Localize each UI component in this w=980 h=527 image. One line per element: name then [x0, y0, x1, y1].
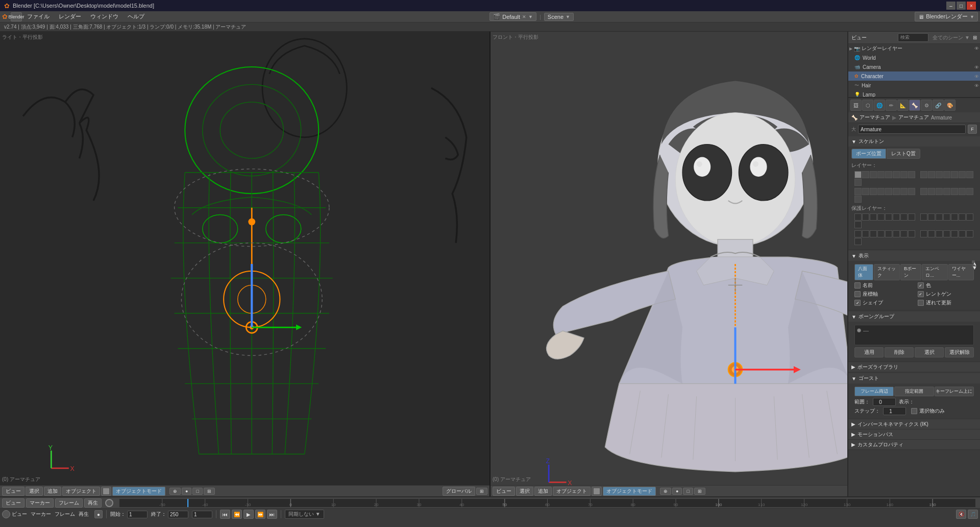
prot-cell-1[interactable] [854, 213, 862, 221]
layer-cell-10[interactable] [928, 171, 935, 178]
prop-scene-icon[interactable]: ⬡ [862, 100, 873, 111]
layer-cell-4[interactable] [877, 171, 885, 178]
right-add-btn[interactable]: 追加 [534, 487, 552, 496]
skip-start-btn[interactable]: ⏮ [220, 510, 230, 519]
prot-cell-17[interactable] [854, 230, 862, 237]
layer-cell-25[interactable] [920, 188, 927, 195]
left-viewport-icon1[interactable]: ⊕ [169, 488, 181, 495]
layer-cell-30[interactable] [959, 188, 966, 195]
record-btn[interactable]: ● [94, 510, 103, 518]
prot-cell-18[interactable] [862, 230, 869, 237]
left-object-btn[interactable]: オブジェクト [62, 487, 100, 496]
ghost-keyframe-btn[interactable]: キーフレーム上に [935, 387, 974, 396]
play-icon-btn[interactable] [2, 510, 10, 518]
prot-cell-22[interactable] [893, 230, 900, 237]
camera-restrict[interactable]: 👁 [974, 65, 979, 70]
play-pause-btn[interactable]: ▶ [243, 510, 254, 519]
layer-cell-27[interactable] [936, 188, 943, 195]
timeline-view-btn[interactable]: ビュー [2, 498, 24, 508]
prot-cell-25[interactable] [920, 230, 927, 237]
search-input[interactable]: 検索 [898, 33, 928, 42]
left-viewport-icon2[interactable]: ● [182, 488, 191, 495]
ik-section[interactable]: ▶ インバースキネマティクス (IK) [848, 419, 980, 429]
prop-constraint-icon[interactable]: 📐 [897, 100, 909, 111]
prot-cell-6[interactable] [893, 213, 900, 221]
prot-cell-20[interactable] [877, 230, 885, 237]
display-octahedral[interactable]: 八面体 [854, 264, 873, 280]
bone-group-scroll-down[interactable]: ▼ [972, 265, 975, 268]
cb-shape[interactable] [854, 300, 861, 306]
cb-color[interactable] [918, 282, 924, 289]
timeline-ruler[interactable]: -50 -40 -30 0 10 20 30 40 50 [119, 498, 976, 508]
prop-modifier-icon[interactable]: ⚙ [921, 100, 932, 111]
right-mode-btn[interactable]: オブジェクトモード [603, 487, 656, 496]
character-restrict[interactable]: 👁 [974, 74, 979, 79]
prot-cell-2[interactable] [862, 213, 869, 221]
cb-selected-only[interactable] [911, 408, 917, 414]
ghost-frames-btn[interactable]: フレーム両辺 [854, 387, 894, 396]
layer-cell-3[interactable] [870, 171, 877, 178]
prot-cell-11[interactable] [936, 213, 943, 221]
ghost-range-input[interactable] [873, 398, 896, 406]
layer-cell-14[interactable] [959, 171, 966, 178]
ghost-range-btn[interactable]: 指定範囲 [894, 387, 934, 396]
prot-cell-9[interactable] [920, 213, 927, 221]
prot-cell-16[interactable] [854, 221, 862, 228]
layer-cell-12[interactable] [943, 171, 950, 178]
bone-groups-title[interactable]: ▼ ボーングループ [848, 312, 980, 322]
layer-cell-5[interactable] [885, 171, 892, 178]
bone-group-delete-btn[interactable]: 削除 [885, 347, 914, 357]
prot-cell-28[interactable] [943, 230, 950, 237]
prop-data-icon[interactable]: 🔗 [933, 100, 944, 111]
bone-group-deselect-btn[interactable]: 選択解除 [945, 347, 974, 357]
timeline-frame-btn[interactable]: フレーム [55, 498, 83, 508]
ghost-step-input[interactable] [883, 407, 906, 415]
prot-cell-7[interactable] [900, 213, 908, 221]
layer-cell-16[interactable] [854, 179, 862, 186]
right-viewport-icon1[interactable]: ⊕ [660, 488, 671, 495]
cb-xray[interactable] [918, 291, 924, 297]
left-add-btn[interactable]: 追加 [44, 487, 61, 496]
cb-axes[interactable] [854, 291, 861, 297]
audio-mute-btn[interactable]: 🔇 [956, 510, 966, 519]
layer-cell-7[interactable] [900, 171, 908, 178]
scene-dropdown[interactable]: 全てのシーン ▼ [933, 34, 970, 41]
hair-restrict[interactable]: 👁 [974, 83, 979, 88]
timeline-play-btn[interactable]: 再生 [84, 498, 102, 508]
display-envelope[interactable]: エンベロ... [922, 264, 947, 280]
left-viewport-icon3[interactable]: □ [192, 488, 202, 495]
bone-group-select-btn[interactable]: 選択 [915, 347, 944, 357]
custom-props-section[interactable]: ▶ カスタムプロパティ [848, 440, 980, 450]
ghost-title[interactable]: ▼ ゴースト [848, 373, 980, 384]
pose-library-section[interactable]: ▶ ポーズライブラリ [848, 362, 980, 372]
prot-cell-19[interactable] [870, 230, 877, 237]
cb-delayfull[interactable] [918, 300, 924, 306]
layer-cell-1[interactable] [854, 171, 862, 178]
prot-cell-12[interactable] [943, 213, 950, 221]
prot-cell-4[interactable] [877, 213, 885, 221]
end-frame-input[interactable] [168, 511, 188, 518]
window-menu[interactable]: ウィンドウ [86, 12, 122, 21]
skeleton-title[interactable]: ▼ スケルトン [848, 136, 980, 147]
prot-cell-29[interactable] [951, 230, 958, 237]
scene-name-selector[interactable]: Scene ▼ [544, 13, 574, 21]
prot-cell-30[interactable] [959, 230, 966, 237]
display-title[interactable]: ▼ 表示 [848, 251, 980, 261]
layer-cell-24[interactable] [908, 188, 915, 195]
display-stick[interactable]: スティック [874, 264, 900, 280]
prot-cell-3[interactable] [870, 213, 877, 221]
layer-cell-22[interactable] [893, 188, 900, 195]
right-viewport-icon4[interactable]: ⊞ [694, 488, 705, 495]
prot-cell-14[interactable] [959, 213, 966, 221]
audio-sync-btn[interactable]: 🎵 [968, 510, 978, 519]
motion-paths-section[interactable]: ▶ モーションパス [848, 429, 980, 440]
next-frame-btn[interactable]: ⏩ [255, 510, 265, 519]
outliner-item-lamp[interactable]: 💡 Lamp [848, 90, 980, 98]
right-mode-icon[interactable] [592, 487, 602, 496]
cb-name[interactable] [854, 282, 861, 289]
left-mode-icon[interactable] [101, 487, 111, 496]
prot-cell-26[interactable] [928, 230, 935, 237]
layer-cell-11[interactable] [936, 171, 943, 178]
prot-cell-13[interactable] [951, 213, 958, 221]
prot-cell-27[interactable] [936, 230, 943, 237]
